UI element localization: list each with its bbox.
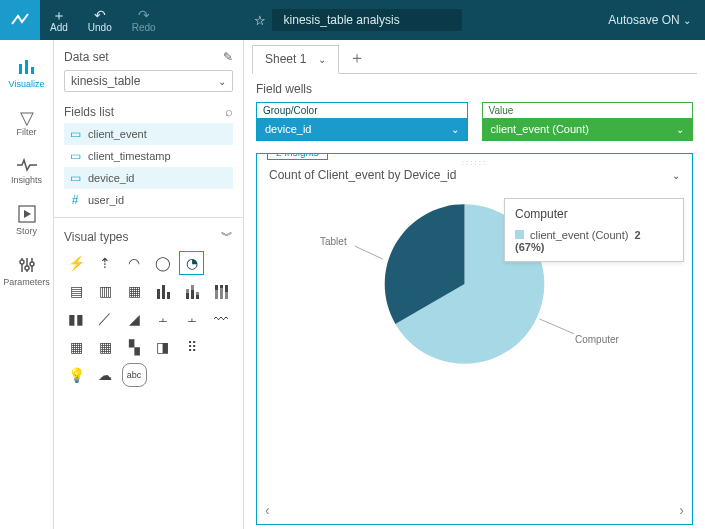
visual-types-header: Visual types ︾ (64, 224, 233, 249)
viz-line-multi[interactable]: 〰 (208, 307, 233, 331)
pencil-icon[interactable]: ✎ (223, 50, 233, 64)
viz-hbar-100[interactable]: ▦ (122, 279, 147, 303)
chevron-down-icon[interactable]: ⌄ (672, 170, 680, 181)
viz-treemap[interactable]: ▚ (122, 335, 147, 359)
visual-title: Count of Client_event by Device_id (269, 168, 456, 182)
chevron-down-icon: ⌄ (218, 76, 226, 87)
nav-filter[interactable]: ▽Filter (0, 99, 53, 147)
visual-container[interactable]: 2 Insights :::::: Count of Client_event … (256, 153, 693, 525)
analysis-name-input[interactable] (272, 9, 462, 31)
slice-label-tablet: Tablet (320, 236, 347, 247)
top-toolbar: ＋Add ↶Undo ↷Redo ☆ Autosave ON ⌄ (0, 0, 705, 40)
field-wells-label: Field wells (252, 74, 697, 102)
undo-button[interactable]: ↶Undo (78, 0, 122, 40)
sliders-icon (18, 256, 36, 277)
chevron-left-icon[interactable]: ‹ (265, 502, 270, 518)
svg-point-11 (30, 262, 34, 266)
svg-rect-22 (215, 290, 218, 299)
slice-label-computer: Computer (575, 334, 619, 345)
svg-marker-5 (24, 210, 31, 218)
viz-pie[interactable]: ◔ (179, 251, 204, 275)
viz-combo-stacked[interactable]: ⫠ (179, 307, 204, 331)
svg-line-27 (355, 246, 383, 259)
add-sheet-button[interactable]: ＋ (339, 48, 375, 69)
field-item[interactable]: ▭client_timestamp (64, 145, 233, 167)
redo-button[interactable]: ↷Redo (122, 0, 166, 40)
viz-gauge[interactable]: ◠ (122, 251, 147, 275)
chevron-double-down-icon[interactable]: ︾ (221, 228, 233, 245)
pulse-icon (17, 157, 37, 175)
dataset-header: Data set ✎ (64, 46, 233, 68)
field-item[interactable]: ▭device_id (64, 167, 233, 189)
field-item[interactable]: #user_id (64, 189, 233, 211)
svg-point-9 (20, 260, 24, 264)
visual-types-grid: ⚡ ⇡ ◠ ◯ ◔ ▤ ▥ ▦ ▮▮ ／ ◢ ⫠ ⫠ 〰 ▦ ▦ ▚ ◨ ⠿ 💡 (64, 249, 233, 389)
field-wells: Group/Color device_id⌄ Value client_even… (252, 102, 697, 141)
insights-badge[interactable]: 2 Insights (267, 153, 328, 160)
svg-rect-20 (196, 292, 199, 295)
app-logo[interactable] (0, 0, 40, 40)
viz-area[interactable]: ◢ (122, 307, 147, 331)
viz-hbar[interactable]: ▤ (64, 279, 89, 303)
autosave-toggle[interactable]: Autosave ON ⌄ (594, 0, 705, 40)
well-value[interactable]: device_id⌄ (257, 118, 467, 140)
chevron-down-icon: ⌄ (676, 124, 684, 135)
viz-text[interactable]: abc (122, 363, 147, 387)
bar-chart-icon (17, 56, 37, 79)
well-label: Value (483, 103, 693, 118)
add-button[interactable]: ＋Add (40, 0, 78, 40)
star-icon[interactable]: ☆ (254, 13, 266, 28)
svg-line-28 (539, 319, 574, 334)
field-item[interactable]: ▭client_event (64, 123, 233, 145)
viz-vbar[interactable] (151, 279, 176, 303)
chevron-down-icon: ⌄ (451, 124, 459, 135)
well-group-color: Group/Color device_id⌄ (256, 102, 468, 141)
color-swatch-icon (515, 230, 524, 239)
viz-auto[interactable]: ⚡ (64, 251, 89, 275)
viz-line[interactable]: ／ (93, 307, 118, 331)
number-type-icon: # (68, 193, 82, 207)
viz-combo[interactable]: ⫠ (151, 307, 176, 331)
chart-tooltip: Computer client_event (Count) 2 (67%) (504, 198, 684, 262)
dataset-select[interactable]: kinesis_table⌄ (64, 70, 233, 92)
sheet-tabs: Sheet 1⌄ ＋ (252, 44, 697, 74)
well-value: Value client_event (Count)⌄ (482, 102, 694, 141)
nav-parameters[interactable]: Parameters (0, 246, 53, 297)
fields-list: ▭client_event ▭client_timestamp ▭device_… (64, 123, 233, 211)
sheet-tab[interactable]: Sheet 1⌄ (252, 45, 339, 74)
fields-header: Fields list ⌕ (64, 100, 233, 123)
viz-vbar-100[interactable] (208, 279, 233, 303)
viz-clustered-bar[interactable]: ▮▮ (64, 307, 89, 331)
play-square-icon (18, 205, 36, 226)
analysis-title-area: ☆ (246, 0, 470, 40)
viz-heatmap[interactable]: ▦ (93, 335, 118, 359)
nav-insights[interactable]: Insights (0, 147, 53, 195)
viz-map[interactable]: ◨ (151, 335, 176, 359)
viz-scatter[interactable]: ⠿ (179, 335, 204, 359)
svg-rect-18 (191, 285, 194, 290)
viz-wordcloud[interactable]: ☁ (93, 363, 118, 387)
viz-donut[interactable]: ◯ (151, 251, 176, 275)
viz-hbar-stacked[interactable]: ▥ (93, 279, 118, 303)
search-icon[interactable]: ⌕ (225, 104, 233, 119)
well-label: Group/Color (257, 103, 467, 118)
viz-pivot[interactable]: ▦ (64, 335, 89, 359)
viz-kpi[interactable]: ⇡ (93, 251, 118, 275)
funnel-icon: ▽ (20, 109, 34, 127)
svg-rect-12 (157, 289, 160, 299)
text-type-icon: ▭ (68, 171, 82, 185)
canvas-area: Sheet 1⌄ ＋ Field wells Group/Color devic… (244, 40, 705, 529)
svg-point-10 (25, 266, 29, 270)
chevron-right-icon[interactable]: › (679, 502, 684, 518)
left-nav: Visualize ▽Filter Insights Story Paramet… (0, 40, 54, 529)
svg-rect-24 (220, 288, 223, 299)
well-value-body[interactable]: client_event (Count)⌄ (483, 118, 693, 140)
fields-panel: Data set ✎ kinesis_table⌄ Fields list ⌕ … (54, 40, 244, 529)
nav-visualize[interactable]: Visualize (0, 46, 53, 99)
viz-insight[interactable]: 💡 (64, 363, 89, 387)
svg-rect-16 (186, 289, 189, 293)
nav-story[interactable]: Story (0, 195, 53, 246)
svg-rect-13 (162, 285, 165, 299)
drag-handle-icon[interactable]: :::::: (462, 158, 487, 167)
viz-vbar-stacked[interactable] (179, 279, 204, 303)
